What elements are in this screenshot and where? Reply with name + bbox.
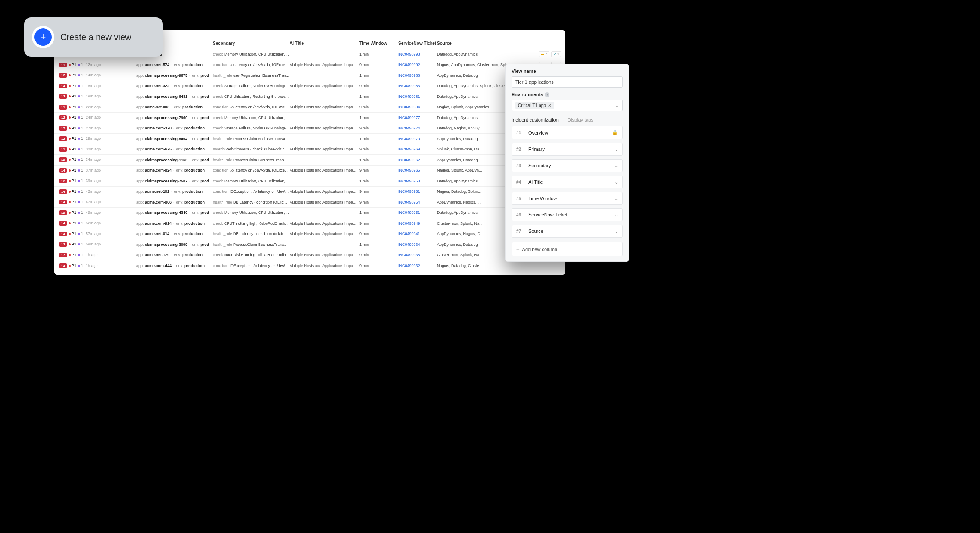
- status-dot-icon: [69, 85, 71, 87]
- secondary-cell: health_rule DB Latency · condition i/o l…: [213, 232, 290, 236]
- time-ago: 16m ago: [86, 84, 101, 88]
- table-row[interactable]: 12P1139m agoapp: claimsprocessing-7587·e…: [54, 176, 565, 187]
- table-row[interactable]: 12P1119m agoapp: claimsprocessing-6481·e…: [54, 91, 565, 102]
- table-row[interactable]: 11P1112m agoapp: acme.net-574·env: produ…: [54, 60, 565, 71]
- severity-badge: 12: [59, 94, 67, 99]
- help-icon[interactable]: ?: [545, 92, 549, 97]
- priority-label: P1: [72, 136, 76, 141]
- time-ago: 42m ago: [86, 189, 101, 194]
- table-row[interactable]: 14P1152m agoapp: acme.com-914·env: produ…: [54, 218, 565, 229]
- table-row[interactable]: 14P1137m agoapp: acme.com-824·env: produ…: [54, 166, 565, 176]
- ticket-link[interactable]: INC0490977: [398, 116, 437, 120]
- column-position: #5: [516, 196, 528, 201]
- tab-incident-customization[interactable]: Incident customization: [512, 117, 559, 122]
- column-config-item[interactable]: #4AI Title⌄: [512, 176, 623, 188]
- header-aititle[interactable]: AI Title: [290, 41, 359, 46]
- incident-count: 1: [81, 263, 83, 268]
- ticket-link[interactable]: INC0490954: [398, 200, 437, 204]
- chevron-down-icon[interactable]: ⌄: [615, 229, 618, 234]
- add-column-button[interactable]: + Add new column: [512, 242, 623, 256]
- tab-display-tags[interactable]: Display tags: [568, 117, 593, 122]
- time-window-cell: 9 min: [359, 221, 398, 226]
- header-secondary[interactable]: Secondary: [213, 41, 290, 46]
- status-dot-icon: [78, 254, 80, 256]
- header-time[interactable]: Time Window: [359, 41, 398, 46]
- secondary-cell: health_rule DB Latency · condition IOExc…: [213, 200, 290, 204]
- secondary-cell: check Memory Utilization, CPU Utilizatio…: [213, 179, 290, 183]
- table-row[interactable]: 11P1132m agoapp: acme.com-675·env: produ…: [54, 144, 565, 155]
- table-row[interactable]: 17P111h agoapp: acme.net-179·env: produc…: [54, 250, 565, 261]
- header-ticket[interactable]: ServiceNow Ticket: [398, 41, 437, 46]
- priority-label: P1: [72, 63, 76, 67]
- ticket-link[interactable]: INC0490965: [398, 168, 437, 172]
- ticket-link[interactable]: INC0490984: [398, 105, 437, 109]
- ticket-link[interactable]: INC0490958: [398, 179, 437, 183]
- table-row[interactable]: 14P1142m agoapp: acme.net-102·env: produ…: [54, 187, 565, 198]
- env-chip[interactable]: Critical T1-app ✕: [515, 102, 554, 109]
- secondary-cell: health_rule ProcessClaim end user transa…: [213, 137, 290, 141]
- column-config-item[interactable]: #6ServiceNow Ticket⌄: [512, 208, 623, 221]
- chevron-down-icon[interactable]: ⌄: [615, 180, 618, 185]
- status-dot-icon: [78, 106, 80, 108]
- ticket-link[interactable]: INC0490938: [398, 253, 437, 257]
- ticket-link[interactable]: INC0490951: [398, 210, 437, 215]
- priority-label: P1: [72, 115, 76, 119]
- chevron-down-icon[interactable]: ⌄: [615, 147, 618, 152]
- column-config-item[interactable]: #3Secondary⌄: [512, 159, 623, 172]
- status-dot-icon: [69, 95, 71, 97]
- column-position: #3: [516, 163, 528, 168]
- table-row[interactable]: 12P1149m agoapp: claimsprocessing-4340·e…: [54, 208, 565, 219]
- ticket-link[interactable]: INC0490969: [398, 147, 437, 151]
- close-icon[interactable]: ✕: [548, 103, 552, 108]
- status-dot-icon: [78, 74, 80, 76]
- severity-badge: 12: [59, 115, 67, 120]
- incident-count: 1: [81, 253, 83, 257]
- ticket-link[interactable]: INC0490934: [398, 242, 437, 247]
- table-row[interactable]: 14P1116m agoapp: acme.net-322·env: produ…: [54, 81, 565, 92]
- primary-cell: app: acme.com-806·env: production: [136, 200, 213, 204]
- time-ago: 24m ago: [86, 115, 101, 119]
- priority-label: P1: [72, 189, 76, 194]
- action-chip[interactable]: ▬7: [539, 51, 549, 57]
- chevron-down-icon[interactable]: ⌄: [615, 163, 618, 168]
- column-config-item[interactable]: #2Primary⌄: [512, 143, 623, 156]
- ticket-link[interactable]: INC0490941: [398, 232, 437, 236]
- table-row[interactable]: 12P1114m agoapp: claimsprocessing-9675·e…: [54, 70, 565, 81]
- action-chip[interactable]: ↗1: [551, 51, 561, 57]
- ticket-link[interactable]: INC0490993: [398, 52, 437, 56]
- ticket-link[interactable]: INC0490992: [398, 63, 437, 67]
- ticket-link[interactable]: INC0490970: [398, 137, 437, 141]
- primary-cell: app: claimsprocessing-7960·env: prod: [136, 116, 213, 120]
- column-config-item[interactable]: #7Source⌄: [512, 225, 623, 238]
- severity-badge: 17: [59, 253, 67, 257]
- table-row[interactable]: 14P1157m agoapp: acme.net-014·env: produ…: [54, 229, 565, 240]
- table-row[interactable]: 14P1147m agoapp: acme.com-806·env: produ…: [54, 197, 565, 208]
- ticket-link[interactable]: INC0490988: [398, 73, 437, 78]
- ticket-link[interactable]: INC0490932: [398, 263, 437, 268]
- column-config-item[interactable]: #1Overview🔒: [512, 126, 623, 139]
- ticket-link[interactable]: INC0490974: [398, 126, 437, 130]
- table-row[interactable]: 12P1124m agoapp: claimsprocessing-7960·e…: [54, 113, 565, 123]
- ticket-link[interactable]: INC0490949: [398, 221, 437, 226]
- table-row[interactable]: 14P111h agoapp: acme.com-444·env: produc…: [54, 260, 565, 271]
- chevron-down-icon[interactable]: ⌄: [615, 213, 618, 217]
- view-name-input[interactable]: [512, 76, 623, 88]
- ticket-link[interactable]: INC0490985: [398, 84, 437, 88]
- status-dot-icon: [69, 127, 71, 129]
- ticket-link[interactable]: INC0490961: [398, 189, 437, 194]
- table-row[interactable]: 12P1134m agoapp: claimsprocessing-1166·e…: [54, 155, 565, 166]
- column-name: AI Title: [528, 179, 615, 185]
- status-dot-icon: [69, 233, 71, 235]
- column-config-item[interactable]: #5Time Window⌄: [512, 192, 623, 205]
- environments-select[interactable]: Critical T1-app ✕ ⌄: [512, 100, 623, 111]
- ticket-link[interactable]: INC0490981: [398, 94, 437, 99]
- table-row[interactable]: 17P1127m agoapp: acme.com-378·env: produ…: [54, 123, 565, 134]
- table-row[interactable]: 11P1122m agoapp: acme.net-003·env: produ…: [54, 102, 565, 113]
- incident-count: 1: [81, 210, 83, 215]
- create-view-card[interactable]: + Create a new view: [24, 17, 163, 57]
- ticket-link[interactable]: INC0490962: [398, 158, 437, 162]
- table-row[interactable]: 12P1129m agoapp: claimsprocessing-8464·e…: [54, 134, 565, 144]
- header-source[interactable]: Source: [437, 41, 527, 46]
- chevron-down-icon[interactable]: ⌄: [615, 196, 618, 201]
- table-row[interactable]: 12P1159m agoapp: claimsprocessing-3099·e…: [54, 239, 565, 250]
